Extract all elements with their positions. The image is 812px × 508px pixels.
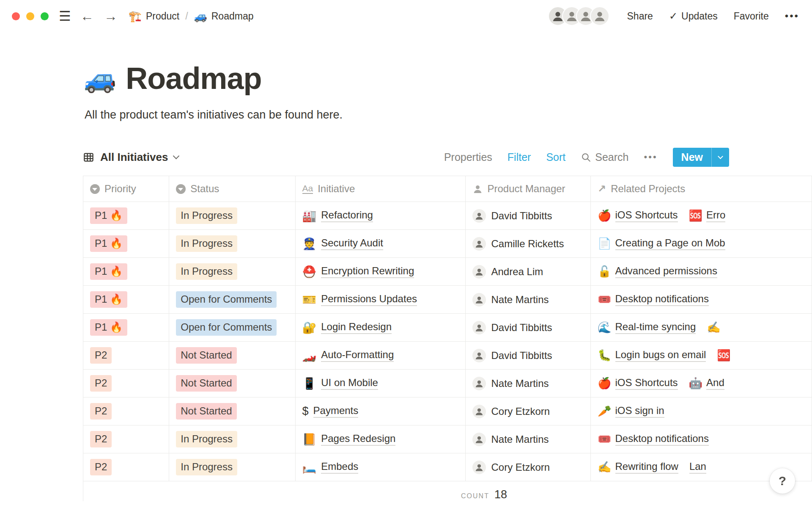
help-button[interactable]: ?	[770, 468, 795, 494]
manager-person[interactable]: David Tibbitts	[472, 209, 552, 223]
related-link[interactable]: 🔓 Advanced permissions	[598, 265, 717, 278]
priority-cell[interactable]: P2	[83, 425, 169, 453]
initiative-cell[interactable]: ⛑️ Encryption Rewriting	[296, 258, 466, 285]
status-tag[interactable]: In Progress	[176, 459, 237, 475]
status-cell[interactable]: In Progress	[169, 453, 295, 481]
status-cell[interactable]: In Progress	[169, 258, 295, 285]
related-link[interactable]: 🌊 Real-time syncing	[598, 321, 696, 334]
initiative-cell[interactable]: 🏎️ Auto-Formatting	[296, 342, 466, 369]
initiative-cell[interactable]: 🎫 Permissions Updates	[296, 286, 466, 313]
related-cell[interactable]: 🔓 Advanced permissions	[591, 258, 812, 285]
priority-cell[interactable]: P1 🔥	[83, 202, 169, 229]
page-title[interactable]: Roadmap	[126, 61, 261, 96]
sidebar-toggle-button[interactable]: ☰	[59, 8, 71, 24]
initiative-link[interactable]: 🎫 Permissions Updates	[302, 293, 417, 306]
new-button[interactable]: New	[673, 148, 729, 167]
initiative-link[interactable]: 📱 UI on Mobile	[302, 377, 378, 390]
related-link[interactable]: 🎟️ Desktop notifications	[598, 293, 709, 306]
manager-person[interactable]: Camille Ricketts	[472, 237, 564, 251]
related-cell[interactable]: 🎟️ Desktop notifications	[591, 425, 812, 453]
priority-cell[interactable]: P2	[83, 398, 169, 425]
status-tag[interactable]: Not Started	[176, 375, 236, 391]
related-link[interactable]: 🎟️ Desktop notifications	[598, 433, 709, 446]
initiative-cell[interactable]: 🛏️ Embeds	[296, 453, 466, 481]
status-tag[interactable]: In Progress	[176, 235, 237, 251]
column-header-related-projects[interactable]: ↗ Related Projects	[591, 176, 812, 202]
column-header-priority[interactable]: Priority	[83, 176, 169, 202]
status-cell[interactable]: Open for Comments	[169, 314, 295, 341]
manager-person[interactable]: David Tibbitts	[472, 349, 552, 362]
manager-cell[interactable]: David Tibbitts	[466, 202, 591, 229]
status-cell[interactable]: Open for Comments	[169, 286, 295, 313]
related-link[interactable]: 🍎 iOS Shortcuts	[598, 377, 678, 390]
related-cell[interactable]: 🐛 Login bugs on email 🆘	[591, 342, 812, 369]
manager-person[interactable]: Nate Martins	[472, 433, 549, 446]
manager-person[interactable]: David Tibbitts	[472, 321, 552, 334]
close-button[interactable]	[12, 12, 20, 20]
forward-button[interactable]: →	[104, 8, 118, 24]
priority-tag[interactable]: P1 🔥	[90, 319, 127, 335]
initiative-cell[interactable]: $ Payments	[296, 398, 466, 425]
initiative-cell[interactable]: 👮 Security Audit	[296, 230, 466, 257]
status-tag[interactable]: Not Started	[176, 403, 236, 419]
status-cell[interactable]: Not Started	[169, 342, 295, 369]
column-header-product-manager[interactable]: Product Manager	[466, 176, 591, 202]
zoom-button[interactable]	[41, 12, 49, 20]
initiative-link[interactable]: 📙 Pages Redesign	[302, 433, 396, 446]
manager-cell[interactable]: Andrea Lim	[466, 258, 591, 285]
manager-person[interactable]: Nate Martins	[472, 377, 549, 390]
filter-button[interactable]: Filter	[508, 151, 531, 163]
priority-cell[interactable]: P1 🔥	[83, 230, 169, 257]
manager-person[interactable]: Nate Martins	[472, 293, 549, 306]
priority-tag[interactable]: P2	[90, 459, 112, 475]
priority-cell[interactable]: P2	[83, 370, 169, 397]
manager-person[interactable]: Cory Etzkorn	[472, 461, 550, 474]
related-link[interactable]: 🐛 Login bugs on email	[598, 349, 706, 362]
priority-tag[interactable]: P2	[90, 431, 112, 447]
manager-cell[interactable]: Camille Ricketts	[466, 230, 591, 257]
status-cell[interactable]: In Progress	[169, 202, 295, 229]
page-description[interactable]: All the product team's initiatives can b…	[85, 108, 812, 121]
column-header-initiative[interactable]: Aa Initiative	[296, 176, 466, 202]
priority-tag[interactable]: P1 🔥	[90, 207, 127, 224]
manager-cell[interactable]: Nate Martins	[466, 286, 591, 313]
priority-cell[interactable]: P1 🔥	[83, 314, 169, 341]
status-tag[interactable]: Not Started	[176, 347, 236, 363]
manager-person[interactable]: Andrea Lim	[472, 265, 543, 279]
initiative-cell[interactable]: 🏭 Refactoring	[296, 202, 466, 229]
related-cell[interactable]: 🌊 Real-time syncing ✍️	[591, 314, 812, 341]
more-button[interactable]: •••	[785, 10, 799, 22]
priority-tag[interactable]: P2	[90, 347, 112, 363]
manager-cell[interactable]: Nate Martins	[466, 425, 591, 453]
initiative-link[interactable]: 🛏️ Embeds	[302, 461, 359, 474]
related-link[interactable]: 🆘 Erro	[689, 209, 726, 222]
manager-cell[interactable]: Nate Martins	[466, 370, 591, 397]
properties-button[interactable]: Properties	[444, 151, 492, 163]
status-tag[interactable]: In Progress	[176, 263, 237, 279]
initiative-link[interactable]: 🔐 Login Redesign	[302, 321, 392, 334]
priority-tag[interactable]: P1 🔥	[90, 263, 127, 279]
priority-tag[interactable]: P1 🔥	[90, 235, 127, 251]
status-tag[interactable]: In Progress	[176, 207, 237, 224]
priority-tag[interactable]: P2	[90, 375, 112, 391]
priority-cell[interactable]: P2	[83, 342, 169, 369]
initiative-link[interactable]: 🏎️ Auto-Formatting	[302, 349, 394, 362]
favorite-button[interactable]: Favorite	[734, 11, 769, 22]
related-link[interactable]: Lan	[689, 461, 706, 474]
new-button-dropdown[interactable]	[711, 148, 729, 167]
priority-cell[interactable]: P1 🔥	[83, 286, 169, 313]
priority-tag[interactable]: P1 🔥	[90, 291, 127, 307]
manager-cell[interactable]: Cory Etzkorn	[466, 453, 591, 481]
page-icon[interactable]: 🚙	[84, 63, 116, 94]
initiative-cell[interactable]: 🔐 Login Redesign	[296, 314, 466, 341]
status-cell[interactable]: In Progress	[169, 230, 295, 257]
initiative-link[interactable]: 🏭 Refactoring	[302, 209, 373, 223]
initiative-link[interactable]: 👮 Security Audit	[302, 237, 383, 251]
sort-button[interactable]: Sort	[546, 151, 565, 163]
topbar-avatars[interactable]	[548, 6, 609, 26]
status-tag[interactable]: Open for Comments	[176, 291, 277, 307]
priority-cell[interactable]: P2	[83, 453, 169, 481]
related-link[interactable]: 📄 Creating a Page on Mob	[598, 237, 725, 250]
column-header-status[interactable]: Status	[169, 176, 295, 202]
toolbar-more-button[interactable]: •••	[644, 152, 657, 163]
